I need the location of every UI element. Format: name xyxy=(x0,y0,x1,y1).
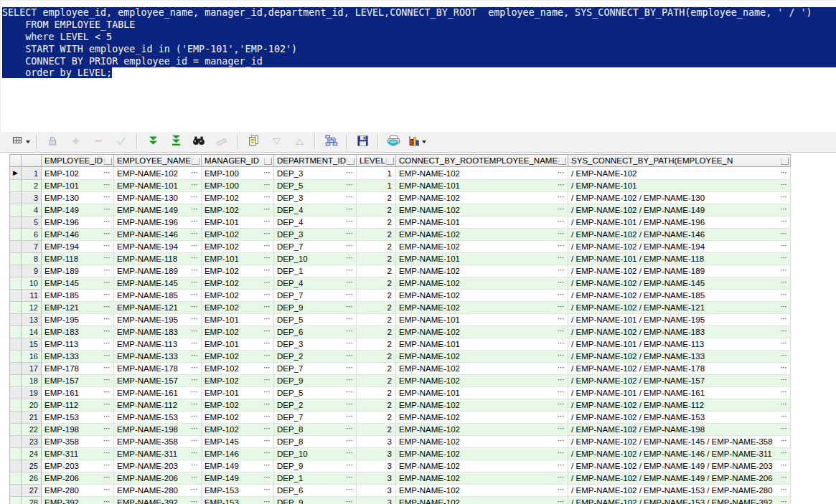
data-cell[interactable]: DEP_4⋯ xyxy=(274,204,357,217)
data-cell[interactable]: EMP-113⋯ xyxy=(42,338,114,351)
cell-ellipsis-button[interactable]: ⋯ xyxy=(263,425,271,432)
cell-ellipsis-button[interactable]: ⋯ xyxy=(263,474,271,481)
data-cell[interactable]: EMP-145⋯ xyxy=(202,436,274,448)
cell-ellipsis-button[interactable]: ⋯ xyxy=(346,242,353,249)
data-cell[interactable]: EMP-102⋯ xyxy=(202,302,274,314)
data-cell[interactable]: EMP-NAME-133⋯ xyxy=(114,351,202,363)
data-cell[interactable]: DEP_9⋯ xyxy=(274,375,357,387)
data-cell[interactable]: / EMP-NAME-102 / EMP-NAME-185⋯ xyxy=(568,290,791,302)
row-number-cell[interactable]: 1 xyxy=(22,167,42,180)
data-cell[interactable]: EMP-NAME-101⋯ xyxy=(396,314,568,326)
data-cell[interactable]: EMP-NAME-102⋯ xyxy=(396,399,568,412)
data-cell[interactable]: EMP-101⋯ xyxy=(202,217,274,229)
cell-ellipsis-button[interactable]: ⋯ xyxy=(780,279,787,286)
data-cell[interactable]: DEP_7⋯ xyxy=(274,241,357,253)
cell-ellipsis-button[interactable]: ⋯ xyxy=(191,462,198,469)
data-cell[interactable]: 2 xyxy=(357,326,396,338)
data-cell[interactable]: / EMP-NAME-102 / EMP-NAME-146⋯ xyxy=(568,229,791,241)
cell-ellipsis-button[interactable]: ⋯ xyxy=(346,230,353,237)
cell-ellipsis-button[interactable]: ⋯ xyxy=(191,194,198,201)
data-cell[interactable]: EMP-NAME-206⋯ xyxy=(114,472,202,485)
data-cell[interactable]: DEP_7⋯ xyxy=(274,363,357,375)
data-cell[interactable]: EMP-NAME-358⋯ xyxy=(114,436,202,448)
data-cell[interactable]: / EMP-NAME-102 / EMP-NAME-149⋯ xyxy=(568,204,791,217)
data-cell[interactable]: EMP-NAME-101⋯ xyxy=(396,180,568,192)
data-cell[interactable]: 2 xyxy=(357,351,396,363)
row-number-cell[interactable]: 3 xyxy=(22,192,42,204)
cell-ellipsis-button[interactable]: ⋯ xyxy=(103,206,111,213)
data-cell[interactable]: EMP-NAME-101⋯ xyxy=(396,217,568,229)
cell-ellipsis-button[interactable]: ⋯ xyxy=(191,498,198,504)
cell-ellipsis-button[interactable]: ⋯ xyxy=(558,181,565,189)
data-cell[interactable]: 2 xyxy=(357,217,396,229)
data-cell[interactable]: EMP-NAME-101⋯ xyxy=(396,387,568,399)
cell-ellipsis-button[interactable]: ⋯ xyxy=(346,450,353,457)
cell-ellipsis-button[interactable]: ⋯ xyxy=(346,437,353,444)
cell-ellipsis-button[interactable]: ⋯ xyxy=(263,328,271,335)
data-cell[interactable]: EMP-NAME-196⋯ xyxy=(114,217,202,229)
cell-ellipsis-button[interactable]: ⋯ xyxy=(346,401,353,408)
data-cell[interactable]: DEP_4⋯ xyxy=(274,277,357,290)
cell-ellipsis-button[interactable]: ⋯ xyxy=(103,498,111,504)
data-cell[interactable]: EMP-280⋯ xyxy=(42,485,114,497)
data-cell[interactable]: EMP-358⋯ xyxy=(42,436,114,448)
row-number-cell[interactable]: 28 xyxy=(22,497,42,504)
cell-ellipsis-button[interactable]: ⋯ xyxy=(780,303,787,310)
cell-ellipsis-button[interactable]: ⋯ xyxy=(103,218,111,225)
data-cell[interactable]: 3 xyxy=(357,460,396,472)
row-number-cell[interactable]: 20 xyxy=(22,399,42,412)
data-cell[interactable]: 2 xyxy=(357,399,396,412)
data-cell[interactable]: 1 xyxy=(357,180,396,192)
data-cell[interactable]: / EMP-NAME-101 / EMP-NAME-161⋯ xyxy=(568,387,791,399)
data-cell[interactable]: EMP-102⋯ xyxy=(202,363,274,375)
cell-ellipsis-button[interactable]: ⋯ xyxy=(558,194,565,201)
show-hierarchy-button[interactable] xyxy=(319,133,342,151)
data-cell[interactable]: / EMP-NAME-102 / EMP-NAME-149 / EMP-NAME… xyxy=(568,460,791,472)
data-cell[interactable]: 2 xyxy=(357,277,396,290)
row-number-cell[interactable]: 22 xyxy=(22,424,42,436)
data-cell[interactable]: EMP-NAME-102⋯ xyxy=(396,497,568,504)
data-cell[interactable]: EMP-NAME-102⋯ xyxy=(396,167,568,180)
data-cell[interactable]: EMP-NAME-102⋯ xyxy=(396,472,568,485)
data-cell[interactable]: / EMP-NAME-102 / EMP-NAME-178⋯ xyxy=(568,363,791,375)
data-cell[interactable]: / EMP-NAME-102 / EMP-NAME-157⋯ xyxy=(568,375,791,387)
data-cell[interactable]: EMP-121⋯ xyxy=(42,302,114,314)
column-header-manager-id[interactable]: MANAGER_ID xyxy=(202,154,274,167)
cell-ellipsis-button[interactable]: ⋯ xyxy=(103,194,111,201)
data-cell[interactable]: / EMP-NAME-102 / EMP-NAME-153 / EMP-NAME… xyxy=(568,485,791,497)
data-cell[interactable]: EMP-NAME-102⋯ xyxy=(396,302,568,314)
cell-ellipsis-button[interactable]: ⋯ xyxy=(558,267,565,274)
data-cell[interactable]: / EMP-NAME-102 / EMP-NAME-153⋯ xyxy=(568,412,791,424)
cell-ellipsis-button[interactable]: ⋯ xyxy=(103,389,111,396)
cell-ellipsis-button[interactable]: ⋯ xyxy=(780,169,787,176)
cell-ellipsis-button[interactable]: ⋯ xyxy=(103,376,111,384)
cell-ellipsis-button[interactable]: ⋯ xyxy=(263,206,271,213)
data-cell[interactable]: EMP-NAME-101⋯ xyxy=(114,180,202,192)
cell-ellipsis-button[interactable]: ⋯ xyxy=(780,474,787,481)
cell-ellipsis-button[interactable]: ⋯ xyxy=(780,462,787,469)
cell-ellipsis-button[interactable]: ⋯ xyxy=(558,169,565,176)
data-cell[interactable]: EMP-100⋯ xyxy=(202,167,274,180)
data-cell[interactable]: EMP-NAME-118⋯ xyxy=(114,253,202,265)
cell-ellipsis-button[interactable]: ⋯ xyxy=(191,181,198,189)
data-cell[interactable]: EMP-102⋯ xyxy=(202,290,274,302)
cell-ellipsis-button[interactable]: ⋯ xyxy=(263,498,271,504)
cell-ellipsis-button[interactable]: ⋯ xyxy=(558,255,565,262)
cell-ellipsis-button[interactable]: ⋯ xyxy=(103,181,111,189)
cell-ellipsis-button[interactable]: ⋯ xyxy=(346,340,353,347)
data-cell[interactable]: 2 xyxy=(357,265,396,277)
cell-ellipsis-button[interactable]: ⋯ xyxy=(558,474,565,481)
find-data-button[interactable] xyxy=(187,133,210,151)
cell-ellipsis-button[interactable]: ⋯ xyxy=(191,242,198,249)
cell-ellipsis-button[interactable]: ⋯ xyxy=(346,462,353,469)
fetch-next-button[interactable] xyxy=(141,133,164,151)
cell-ellipsis-button[interactable]: ⋯ xyxy=(263,303,271,310)
data-cell[interactable]: EMP-101⋯ xyxy=(202,314,274,326)
data-cell[interactable]: EMP-102⋯ xyxy=(202,399,274,412)
cell-ellipsis-button[interactable]: ⋯ xyxy=(780,267,787,274)
cell-ellipsis-button[interactable]: ⋯ xyxy=(191,315,198,323)
cell-ellipsis-button[interactable]: ⋯ xyxy=(103,267,111,274)
cell-ellipsis-button[interactable]: ⋯ xyxy=(558,303,565,310)
column-header-sys-connect-by-path-employee-n[interactable]: SYS_CONNECT_BY_PATH(EMPLOYEE_N xyxy=(568,154,791,167)
cell-ellipsis-button[interactable]: ⋯ xyxy=(346,218,353,225)
